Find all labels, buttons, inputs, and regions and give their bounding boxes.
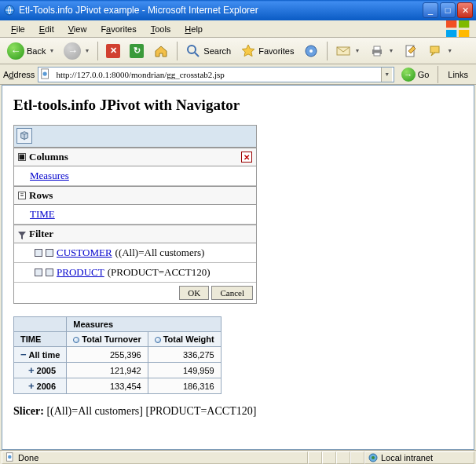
intranet-icon bbox=[368, 453, 378, 462]
cube-icon[interactable] bbox=[16, 128, 32, 144]
back-button[interactable]: ← Back ▼ bbox=[3, 41, 58, 61]
print-button[interactable]: ▼ bbox=[365, 41, 397, 61]
measures-header: Measures bbox=[67, 317, 221, 332]
pivot-corner bbox=[14, 317, 67, 332]
move-row-icon[interactable] bbox=[46, 249, 53, 257]
go-button[interactable]: → Go bbox=[397, 67, 434, 82]
favorites-button[interactable]: Favorites bbox=[236, 41, 298, 61]
collapse-icon[interactable]: − bbox=[20, 349, 27, 360]
menu-edit[interactable]: Edit bbox=[33, 23, 60, 35]
refresh-button[interactable]: ↻ bbox=[126, 41, 148, 61]
product-link[interactable]: PRODUCT bbox=[57, 266, 104, 279]
address-bar: Address ▼ → Go Links bbox=[0, 64, 476, 85]
chevron-down-icon: ▼ bbox=[388, 48, 394, 53]
sort-icon bbox=[155, 337, 161, 343]
cell-value: 149,959 bbox=[148, 363, 221, 378]
rows-section-header: ≡ Rows bbox=[14, 186, 256, 205]
go-icon: → bbox=[401, 68, 416, 82]
mail-button[interactable]: ▼ bbox=[331, 41, 364, 61]
chevron-down-icon: ▼ bbox=[49, 48, 54, 53]
page-icon bbox=[40, 68, 51, 81]
columns-icon: ▦ bbox=[18, 153, 26, 161]
menu-view[interactable]: View bbox=[62, 23, 93, 35]
filter-customer-row[interactable]: CUSTOMER ((All)=All customers) bbox=[14, 243, 256, 263]
address-label: Address bbox=[3, 70, 35, 79]
cell-value: 133,454 bbox=[67, 378, 148, 394]
menu-tools[interactable]: Tools bbox=[145, 23, 178, 35]
row-header-2006[interactable]: +2006 bbox=[14, 378, 67, 394]
forward-icon: → bbox=[64, 42, 81, 60]
home-button[interactable] bbox=[149, 41, 173, 61]
time-link[interactable]: TIME bbox=[30, 208, 55, 221]
ie-icon bbox=[3, 4, 16, 16]
columns-section-header: ▦ Columns ✕ bbox=[14, 148, 256, 166]
columns-measures-row[interactable]: Measures bbox=[14, 166, 256, 186]
ok-button[interactable]: OK bbox=[179, 286, 209, 300]
weight-header[interactable]: Total Weight bbox=[148, 332, 221, 347]
slicer-text: Slicer: [(All)=All customers] [PRODUCT=A… bbox=[13, 405, 463, 418]
stop-icon: ✕ bbox=[106, 44, 120, 58]
svg-line-6 bbox=[195, 53, 199, 57]
search-icon bbox=[185, 43, 201, 59]
svg-rect-4 bbox=[459, 30, 469, 37]
page-icon bbox=[5, 452, 15, 463]
separator bbox=[177, 42, 178, 60]
status-cell bbox=[336, 451, 350, 464]
measures-link[interactable]: Measures bbox=[30, 170, 69, 182]
stop-button[interactable]: ✕ bbox=[102, 41, 124, 61]
links-button[interactable]: Links bbox=[443, 70, 473, 79]
close-navigator-button[interactable]: ✕ bbox=[241, 152, 252, 163]
menu-help[interactable]: Help bbox=[178, 23, 209, 35]
table-row: −All time 255,396 336,275 bbox=[14, 347, 222, 363]
rows-icon: ≡ bbox=[18, 192, 26, 199]
cancel-button[interactable]: Cancel bbox=[211, 286, 253, 300]
customer-detail: ((All)=All customers) bbox=[115, 247, 205, 259]
maximize-button[interactable]: □ bbox=[440, 2, 456, 18]
close-button[interactable]: ✕ bbox=[457, 2, 473, 18]
time-header: TIME bbox=[14, 332, 67, 347]
navigator-toolbar bbox=[14, 126, 256, 148]
mail-icon bbox=[335, 43, 351, 59]
media-button[interactable] bbox=[299, 41, 323, 61]
forward-button[interactable]: → ▼ bbox=[60, 41, 93, 61]
menu-file[interactable]: File bbox=[5, 23, 31, 35]
svg-point-20 bbox=[372, 456, 375, 459]
row-header-all[interactable]: −All time bbox=[14, 347, 67, 363]
filter-product-row[interactable]: PRODUCT (PRODUCT=ACCT120) bbox=[14, 263, 256, 283]
expand-icon[interactable]: + bbox=[28, 380, 35, 392]
security-zone: Local intranet bbox=[364, 451, 474, 464]
search-button[interactable]: Search bbox=[181, 41, 235, 61]
turnover-header[interactable]: Total Turnover bbox=[67, 332, 148, 347]
cell-value: 121,942 bbox=[67, 363, 148, 378]
minimize-button[interactable]: _ bbox=[423, 2, 438, 18]
move-col-icon[interactable] bbox=[35, 269, 42, 276]
refresh-icon: ↻ bbox=[130, 44, 144, 58]
separator bbox=[438, 66, 438, 83]
svg-point-8 bbox=[309, 49, 313, 53]
zone-text: Local intranet bbox=[381, 453, 433, 462]
cell-value: 336,275 bbox=[148, 347, 221, 363]
cell-value: 255,396 bbox=[67, 347, 148, 363]
move-col-icon[interactable] bbox=[35, 249, 42, 257]
toolbar: ← Back ▼ → ▼ ✕ ↻ Search Favorites bbox=[0, 38, 476, 64]
url-input[interactable] bbox=[54, 68, 377, 81]
expand-icon[interactable]: + bbox=[28, 364, 35, 376]
row-header-2005[interactable]: +2005 bbox=[14, 363, 67, 378]
window-title: Etl-Tools.info JPivot example - Microsof… bbox=[19, 5, 423, 16]
status-cell bbox=[350, 451, 364, 464]
discuss-button[interactable]: ▼ bbox=[424, 41, 456, 61]
media-icon bbox=[303, 43, 319, 59]
title-bar: Etl-Tools.info JPivot example - Microsof… bbox=[0, 0, 476, 20]
menu-favorites[interactable]: Favorites bbox=[94, 23, 142, 35]
svg-rect-14 bbox=[430, 46, 439, 53]
address-field[interactable]: ▼ bbox=[38, 67, 394, 82]
home-icon bbox=[153, 43, 169, 59]
star-icon bbox=[240, 43, 256, 59]
edit-icon bbox=[403, 43, 419, 59]
customer-link[interactable]: CUSTOMER bbox=[57, 247, 112, 259]
address-dropdown[interactable]: ▼ bbox=[381, 68, 392, 82]
funnel-icon bbox=[18, 230, 26, 238]
rows-time-row[interactable]: TIME bbox=[14, 205, 256, 225]
edit-button[interactable] bbox=[399, 41, 423, 61]
move-row-icon[interactable] bbox=[46, 269, 53, 276]
